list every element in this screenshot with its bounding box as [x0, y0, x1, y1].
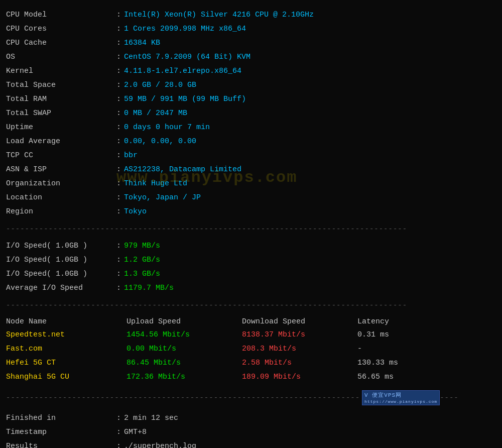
network-row: Shanghai 5G CU172.36 Mbit/s189.09 Mbit/s…: [6, 370, 496, 384]
system-section: CPU Model: Intel(R) Xeon(R) Silver 4216 …: [6, 5, 496, 222]
footer-row: Finished in: 2 min 12 sec: [6, 411, 496, 425]
divider-1: ----------------------------------------…: [6, 222, 496, 236]
network-row: Hefei 5G CT86.45 Mbit/s2.58 Mbit/s130.33…: [6, 356, 496, 370]
footer-section: Finished in: 2 min 12 secTimestamp: GMT+…: [6, 408, 496, 448]
divider-2: ----------------------------------------…: [6, 298, 496, 312]
system-row: Uptime: 0 days 0 hour 7 min: [6, 121, 496, 135]
logo-line2: https://www.pianyivps.com: [364, 399, 437, 404]
divider-3-text: ----------------------------------------…: [6, 394, 360, 402]
io-row: Average I/O Speed: 1179.7 MB/s: [6, 281, 496, 295]
network-section: Node Name Upload Speed Download Speed La…: [6, 312, 496, 387]
system-row: CPU Model: Intel(R) Xeon(R) Silver 4216 …: [6, 8, 496, 22]
col-header-upload: Upload Speed: [127, 317, 242, 326]
system-row: Region: Tokyo: [6, 205, 496, 219]
network-row: Fast.com0.00 Mbit/s208.3 Mbit/s-: [6, 342, 496, 356]
system-row: CPU Cache: 16384 KB: [6, 36, 496, 50]
col-header-latency: Latency: [357, 317, 389, 326]
io-row: I/O Speed( 1.0GB ): 1.3 GB/s: [6, 267, 496, 281]
system-row: Load Average: 0.00, 0.00, 0.00: [6, 135, 496, 149]
footer-row: Timestamp: GMT+8: [6, 425, 496, 439]
network-header: Node Name Upload Speed Download Speed La…: [6, 315, 496, 328]
col-header-node: Node Name: [6, 317, 127, 326]
system-row: Total Space: 2.0 GB / 28.0 GB: [6, 78, 496, 92]
terminal-output: CPU Model: Intel(R) Xeon(R) Silver 4216 …: [6, 5, 496, 448]
col-header-download: Download Speed: [242, 317, 357, 326]
system-row: Total SWAP: 0 MB / 2047 MB: [6, 106, 496, 121]
divider-3-end: ----: [440, 394, 459, 402]
system-row: TCP CC: bbr: [6, 149, 496, 163]
logo-line1: V 便宜VPS网: [364, 392, 402, 398]
io-row: I/O Speed( 1.0GB ): 979 MB/s: [6, 239, 496, 253]
network-row: Speedtest.net1454.56 Mbit/s8138.37 Mbit/…: [6, 328, 496, 342]
system-row: OS: CentOS 7.9.2009 (64 Bit) KVM: [6, 50, 496, 64]
logo-badge: V 便宜VPS网 https://www.pianyivps.com: [362, 390, 440, 405]
system-row: Total RAM: 59 MB / 991 MB (99 MB Buff): [6, 92, 496, 106]
system-row: Location: Tokyo, Japan / JP: [6, 191, 496, 205]
divider-3: ----------------------------------------…: [6, 387, 496, 408]
system-row: CPU Cores: 1 Cores 2099.998 MHz x86_64: [6, 22, 496, 36]
system-row: Kernel: 4.11.8-1.el7.elrepo.x86_64: [6, 64, 496, 78]
system-row: ASN & ISP: AS212238, Datacamp Limited: [6, 163, 496, 177]
io-section: I/O Speed( 1.0GB ): 979 MB/sI/O Speed( 1…: [6, 236, 496, 298]
footer-row: Results: ./superbench.log: [6, 439, 496, 448]
system-row: Organization: Think Huge Ltd: [6, 177, 496, 191]
io-row: I/O Speed( 1.0GB ): 1.2 GB/s: [6, 253, 496, 267]
